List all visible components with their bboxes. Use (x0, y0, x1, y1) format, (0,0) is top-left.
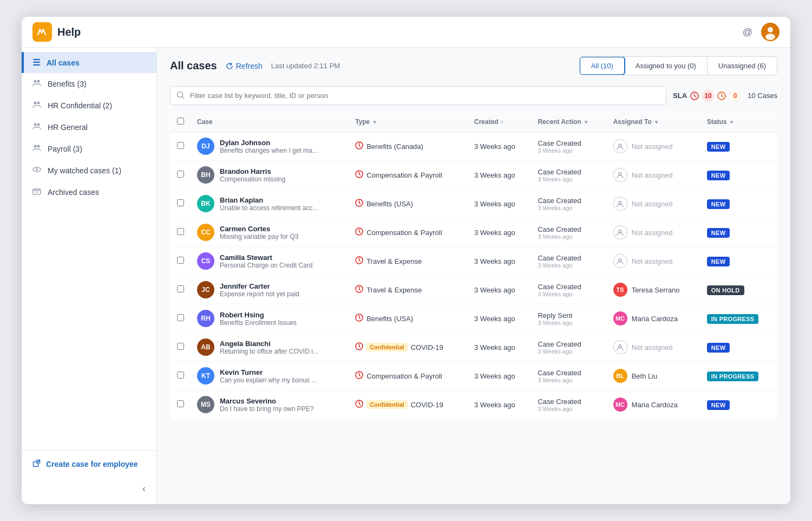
create-case-link[interactable]: Create case for employee (32, 459, 146, 469)
table-row[interactable]: BK Brian Kaplan Unable to access retirem… (171, 190, 777, 218)
sidebar: ☰ All cases Benefits (3) HR Confidential… (22, 48, 157, 504)
sidebar-item-archived[interactable]: Archived cases (22, 181, 156, 203)
sidebar-bottom: Create case for employee (22, 450, 156, 478)
tab-assigned-you[interactable]: Assigned to you (0) (625, 57, 708, 75)
row-checkbox[interactable] (177, 285, 184, 292)
recent-action-text: Case Created (538, 197, 600, 205)
case-desc: Benefits Enrollment Issues (220, 319, 297, 327)
case-name: Marcus Severino (220, 397, 313, 405)
table-row[interactable]: MS Marcus Severino Do I have to bring my… (171, 390, 777, 419)
avatar: MS (197, 396, 214, 413)
table-row[interactable]: JC Jennifer Carter Expense report not ye… (171, 276, 777, 304)
row-checkbox[interactable] (177, 314, 184, 321)
sla-orange-count: 0 (729, 90, 741, 102)
assigned-to-cell: MC Maria Cardoza (607, 304, 700, 333)
case-info: Carmen Cortes Missing variable pay for Q… (220, 225, 298, 240)
row-checkbox[interactable] (177, 372, 184, 379)
table-row[interactable]: BH Brandon Harris Compensation missing C… (171, 161, 777, 190)
status-badge: IN PROGRESS (707, 372, 759, 381)
sidebar-item-benefits[interactable]: Benefits (3) (22, 73, 156, 95)
case-desc: Compensation missing (220, 175, 285, 183)
recent-action-text: Case Created (538, 283, 600, 291)
sidebar-collapse-button[interactable]: ‹ (22, 478, 156, 500)
case-info: Marcus Severino Do I have to bring my ow… (220, 397, 313, 413)
clock-icon (355, 342, 363, 352)
recent-action-time: 3 Weeks ago (538, 348, 600, 355)
assigned-cell: BL Beth Liu (613, 369, 694, 383)
type-label: COVID-19 (411, 401, 443, 409)
payroll-icon (32, 144, 41, 154)
recent-action-text: Case Created (538, 369, 600, 377)
not-assigned-label: Not assigned (632, 200, 673, 208)
assigned-sort-icon: ▼ (654, 119, 659, 125)
recent-action-cell: Reply Sent 3 Weeks ago (531, 304, 606, 333)
svg-point-19 (619, 144, 621, 147)
type-label: Compensation & Payroll (366, 229, 442, 237)
not-assigned-icon (613, 197, 627, 211)
status-badge: NEW (707, 400, 730, 410)
eye-icon (32, 165, 41, 176)
sidebar-item-watched[interactable]: My watched cases (1) (22, 160, 156, 181)
row-checkbox[interactable] (177, 142, 184, 149)
row-checkbox[interactable] (177, 257, 184, 264)
tab-all[interactable]: All (10) (579, 56, 625, 75)
recent-action-sort-icon: ▼ (584, 119, 589, 125)
type-cell: Benefits (USA) (355, 199, 461, 209)
recent-action-text: Case Created (538, 168, 600, 176)
case-name: Robert Hsing (220, 311, 297, 319)
case-name: Angela Bianchi (220, 340, 318, 348)
not-assigned-label: Not assigned (632, 142, 673, 151)
svg-point-2 (765, 34, 775, 40)
type-label: Travel & Expense (366, 257, 422, 265)
table-row[interactable]: AB Angela Bianchi Returning to office af… (171, 333, 777, 362)
search-input[interactable] (170, 86, 666, 105)
case-info: Angela Bianchi Returning to office after… (220, 340, 318, 355)
row-checkbox[interactable] (177, 400, 184, 407)
status-badge: NEW (707, 199, 730, 209)
status-badge: NEW (707, 171, 730, 180)
row-checkbox[interactable] (177, 199, 184, 206)
assigned-to-cell: MC Maria Cardoza (607, 390, 700, 419)
svg-point-10 (37, 145, 40, 148)
col-case: Case (191, 112, 349, 132)
table-row[interactable]: KT Kevin Turner Can you explain why my b… (171, 362, 777, 390)
logo-container: Help (32, 22, 81, 42)
app-title: Help (57, 26, 81, 38)
clock-icon (355, 371, 363, 381)
recent-action-text: Case Created (538, 398, 600, 406)
svg-point-4 (37, 80, 40, 83)
status-cell: NEW (700, 132, 777, 161)
recent-action-text: Case Created (538, 225, 600, 233)
sidebar-item-hr-general[interactable]: HR General (22, 116, 156, 138)
created-sort-icon: ↑ (501, 119, 503, 125)
row-checkbox[interactable] (177, 228, 184, 235)
row-checkbox[interactable] (177, 171, 184, 178)
status-badge: IN PROGRESS (707, 314, 759, 324)
table-row[interactable]: CC Carmen Cortes Missing variable pay fo… (171, 218, 777, 247)
sidebar-item-all-cases[interactable]: ☰ All cases (22, 52, 156, 73)
recent-action-time: 3 Weeks ago (538, 320, 600, 326)
sidebar-item-hr-confidential[interactable]: HR Confidential (2) (22, 95, 156, 116)
tab-unassigned[interactable]: Unassigned (6) (708, 57, 777, 75)
table-row[interactable]: RH Robert Hsing Benefits Enrollment Issu… (171, 304, 777, 333)
assigned-name: Maria Cardoza (632, 315, 678, 323)
at-icon[interactable]: @ (743, 27, 752, 38)
avatar: CC (197, 224, 214, 241)
table-row[interactable]: CS Camilla Stewart Personal Charge on Cr… (171, 247, 777, 276)
status-cell: ON HOLD (700, 276, 777, 304)
main-layout: ☰ All cases Benefits (3) HR Confidential… (22, 48, 790, 504)
row-checkbox[interactable] (177, 343, 184, 350)
refresh-button[interactable]: Refresh (226, 62, 263, 70)
sidebar-item-payroll[interactable]: Payroll (3) (22, 138, 156, 160)
sidebar-label-payroll: Payroll (3) (48, 145, 82, 153)
svg-point-8 (37, 123, 40, 126)
svg-point-3 (34, 80, 37, 83)
case-name: Dylan Johnson (220, 139, 318, 147)
user-avatar[interactable] (761, 23, 780, 41)
case-info: Camilla Stewart Personal Charge on Credi… (220, 253, 312, 269)
svg-point-9 (34, 145, 37, 148)
type-label: Benefits (USA) (366, 315, 413, 323)
select-all-checkbox[interactable] (177, 118, 184, 125)
table-row[interactable]: DJ Dylan Johnson Benefits changes when I… (171, 132, 777, 161)
type-label: Benefits (Canada) (366, 142, 423, 151)
